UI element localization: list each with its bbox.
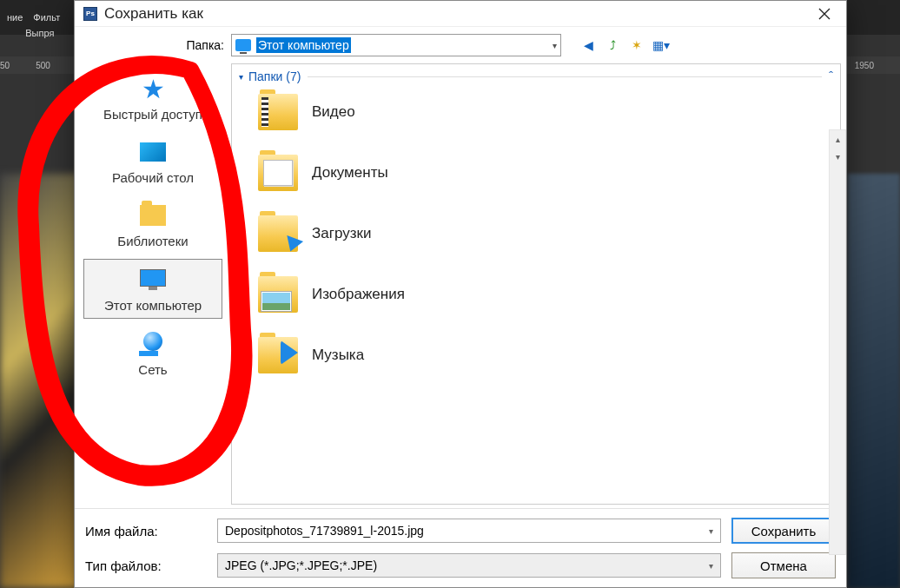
- folder-name: Изображения: [312, 286, 405, 303]
- host-app-canvas-left: [0, 174, 78, 588]
- folder-grid: ВидеоДокументыЗагрузкиИзображенияМузыка: [232, 89, 840, 382]
- chevron-down-icon: ▾: [239, 72, 243, 82]
- filename-value: Depositphotos_71739891_l-2015.jpg: [225, 524, 424, 538]
- dialog-bottom: Имя файла: Depositphotos_71739891_l-2015…: [75, 508, 846, 587]
- filetype-label: Тип файлов:: [85, 558, 207, 573]
- collapse-caret-icon[interactable]: ˆ: [829, 69, 833, 83]
- folder-icon: [258, 94, 298, 130]
- filename-combobox[interactable]: Depositphotos_71739891_l-2015.jpg ▾: [217, 519, 721, 543]
- place-this-pc[interactable]: Этот компьютер: [83, 259, 222, 319]
- folder-icon: [258, 337, 298, 373]
- new-folder-icon[interactable]: ✶: [629, 37, 645, 53]
- place-quick-access[interactable]: ★ Быстрый доступ: [83, 69, 222, 127]
- doc-overlay-icon: [263, 160, 293, 186]
- filetype-combobox[interactable]: JPEG (*.JPG;*.JPEG;*.JPE) ▾: [217, 553, 721, 578]
- place-desktop[interactable]: Рабочий стол: [83, 132, 222, 190]
- folder-label: Папка:: [85, 38, 224, 52]
- folder-item[interactable]: Видео: [258, 94, 831, 130]
- folder-icon: [258, 276, 298, 313]
- chevron-down-icon: ▾: [709, 561, 713, 571]
- folder-item[interactable]: Загрузки: [258, 215, 831, 252]
- cancel-button[interactable]: Отмена: [731, 552, 836, 578]
- monitor-icon: [235, 39, 251, 51]
- save-button[interactable]: Сохранить: [731, 518, 836, 544]
- chevron-down-icon: ▾: [709, 526, 713, 536]
- view-menu-icon[interactable]: ▦▾: [653, 37, 669, 53]
- save-as-dialog: Ps Сохранить как Папка: Этот компьютер ▾…: [74, 0, 847, 588]
- folder-item[interactable]: Музыка: [258, 337, 831, 373]
- place-libraries[interactable]: Библиотеки: [83, 195, 222, 254]
- pc-icon: [140, 269, 166, 290]
- scroll-down-icon[interactable]: ▾: [830, 148, 845, 165]
- close-button[interactable]: [811, 5, 837, 23]
- folder-name: Загрузки: [312, 225, 371, 242]
- star-icon: ★: [142, 74, 165, 104]
- titlebar: Ps Сохранить как: [75, 1, 846, 27]
- dialog-main: ★ Быстрый доступ Рабочий стол Библиотеки…: [75, 60, 846, 508]
- folder-item[interactable]: Изображения: [258, 276, 831, 313]
- filetype-value: JPEG (*.JPG;*.JPEG;*.JPE): [225, 558, 377, 572]
- group-header-folders[interactable]: ▾ Папки (7) ˆ: [232, 64, 840, 89]
- place-network[interactable]: Сеть: [83, 324, 222, 382]
- folder-combobox[interactable]: Этот компьютер ▾: [231, 34, 561, 56]
- filename-label: Имя файла:: [85, 524, 207, 538]
- folder-name: Музыка: [312, 347, 364, 364]
- chevron-down-icon: ▾: [553, 41, 557, 50]
- folder-row: Папка: Этот компьютер ▾ ◀ ⤴ ✶ ▦▾: [75, 27, 846, 60]
- file-listing: ▾ Папки (7) ˆ ВидеоДокументыЗагрузкиИзоб…: [231, 63, 841, 505]
- photo-overlay-icon: [261, 292, 291, 311]
- host-app-canvas-right: [848, 174, 900, 588]
- scroll-up-icon[interactable]: ▴: [830, 130, 845, 148]
- folder-icon: [258, 215, 298, 252]
- places-bar: ★ Быстрый доступ Рабочий стол Библиотеки…: [75, 60, 231, 508]
- folder-name: Видео: [312, 103, 355, 121]
- globe-icon: [139, 332, 167, 356]
- folder-name: Документы: [312, 164, 388, 182]
- close-icon: [818, 8, 831, 20]
- folder-selected-value: Этот компьютер: [256, 37, 351, 53]
- desktop-icon: [140, 142, 166, 162]
- back-icon[interactable]: ◀: [580, 37, 596, 53]
- dialog-title: Сохранить как: [104, 5, 203, 23]
- libraries-icon: [140, 205, 166, 226]
- folder-icon: [258, 155, 298, 191]
- note-overlay-icon: [281, 340, 298, 365]
- up-icon[interactable]: ⤴: [605, 37, 620, 53]
- film-overlay-icon: [261, 97, 268, 127]
- scrollbar[interactable]: ▴ ▾: [829, 129, 846, 555]
- nav-icons: ◀ ⤴ ✶ ▦▾: [580, 37, 669, 53]
- folder-item[interactable]: Документы: [258, 155, 831, 191]
- photoshop-icon: Ps: [83, 7, 97, 21]
